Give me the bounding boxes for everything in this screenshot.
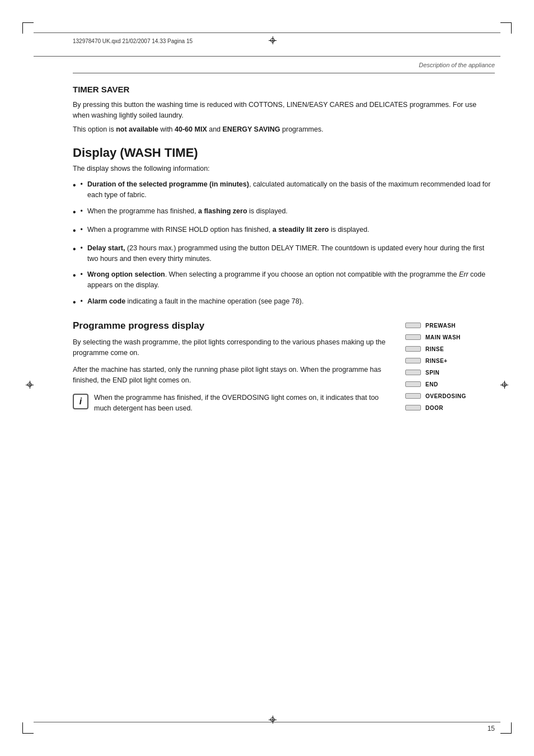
bullet-6: • Alarm code indicating a fault in the m… [73,296,495,309]
prewash-indicator [405,323,421,328]
bullet-6-bold: Alarm code [87,297,125,305]
info-text: When the programme has finished, if the … [94,393,394,414]
bullet-2: • When the programme has finished, a fla… [73,206,495,219]
not-available-bold: not available [116,125,158,133]
top-rule [34,32,500,33]
crop-mark-tr [500,22,512,34]
progress-title: Programme progress display [73,320,394,332]
timer-saver-title: TIMER SAVER [73,85,495,94]
timer-saver-para2: This option is not available with 40-60 … [73,124,495,135]
reg-crosshair-left [24,379,35,390]
crop-mark-br [500,722,512,734]
page-container: 132978470 UK.qxd 21/02/2007 14.33 Pagina… [0,0,534,756]
rinse-label: RINSE [425,346,444,352]
pilot-item-door: DOOR [405,405,495,411]
file-header: 132978470 UK.qxd 21/02/2007 14.33 Pagina… [73,38,193,44]
page-number: 15 [488,725,495,732]
bullet-1: • Duration of the selected programme (in… [73,179,495,200]
rinseplus-label: RINSE+ [425,358,447,364]
energy-saving-bold: ENERGY SAVING [223,125,280,133]
pilot-item-rinseplus: RINSE+ [405,358,495,364]
overdosing-label: OVERDOSING [425,393,466,399]
bullet-3-bold: a steadily lit zero [273,226,329,234]
section-label: Description of the appliance [419,62,495,68]
file-info-text: 132978470 UK.qxd 21/02/2007 14.33 Pagina… [73,38,193,44]
pilot-item-end: END [405,381,495,388]
main-top-rule [34,56,500,57]
reg-crosshair-top [267,35,278,46]
bullet-2-bold: a flashing zero [198,207,247,215]
bullet-4: • Delay start, (23 hours max.) programme… [73,243,495,264]
mainwash-label: MAIN WASH [425,334,461,340]
crop-mark-bl [22,722,34,734]
crop-mark-tl [22,22,34,34]
progress-para2: After the machine has started, only the … [73,365,394,386]
pilot-item-mainwash: MAIN WASH [405,334,495,340]
spin-indicator [405,370,421,375]
end-label: END [425,381,438,388]
spin-label: SPIN [425,370,439,376]
rinse-indicator [405,346,421,352]
prewash-label: PREWASH [425,323,456,329]
door-indicator [405,405,421,410]
bullet-5: • Wrong option selection. When selecting… [73,269,495,291]
display-title: Display (WASH TIME) [73,146,495,160]
display-bullet-list: • Duration of the selected programme (in… [73,179,495,309]
timer-saver-section: TIMER SAVER By pressing this button the … [73,85,495,134]
bottom-rule [34,722,500,722]
timer-saver-para1: By pressing this button the washing time… [73,100,495,121]
40-60-mix-bold: 40-60 MIX [175,125,207,133]
reg-crosshair-right [499,379,510,390]
progress-para1: By selecting the wash programme, the pil… [73,337,394,358]
pilot-item-spin: SPIN [405,370,495,376]
info-box: i When the programme has finished, if th… [73,393,394,414]
reg-crosshair-bottom [267,714,278,725]
err-code: Err [459,270,469,278]
end-indicator [405,381,421,387]
pilot-item-rinse: RINSE [405,346,495,352]
pilot-item-overdosing: OVERDOSING [405,393,495,399]
overdosing-indicator [405,393,421,399]
mainwash-indicator [405,334,421,340]
info-icon: i [73,394,88,409]
bullet-5-bold: Wrong option selection [87,270,165,278]
bullet-4-bold: Delay start, [87,244,125,252]
bullet-3: • When a programme with RINSE HOLD optio… [73,225,495,237]
door-label: DOOR [425,405,443,411]
progress-text-col: Programme progress display By selecting … [73,320,405,417]
pilot-lights-col: PREWASH MAIN WASH RINSE RINSE+ SPIN [405,320,495,417]
main-content: TIMER SAVER By pressing this button the … [73,73,495,711]
display-subtitle: The display shows the following informat… [73,165,495,172]
bullet-1-bold: Duration of the selected programme (in m… [87,180,249,188]
rinseplus-indicator [405,358,421,363]
progress-section: Programme progress display By selecting … [73,320,495,417]
display-section: Display (WASH TIME) The display shows th… [73,146,495,309]
pilot-item-prewash: PREWASH [405,323,495,329]
section-rule [73,73,495,73]
